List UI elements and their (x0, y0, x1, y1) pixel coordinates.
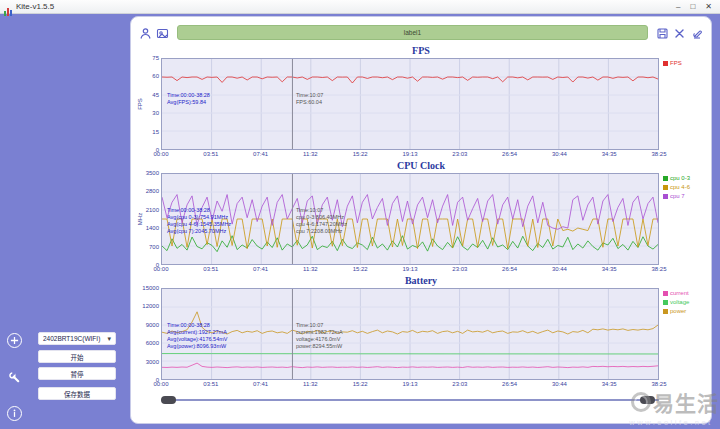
minimize-button[interactable]: – (676, 0, 680, 14)
cpu-legend: cpu 0-3cpu 4-6cpu 7 (659, 173, 705, 265)
chevron-down-icon: ▾ (107, 335, 111, 343)
pause-button-label: 暂停 (71, 369, 84, 379)
legend-label: cpu 0-3 (670, 175, 690, 181)
x-tick-label: 38:25 (651, 266, 666, 272)
legend-swatch (663, 300, 668, 305)
x-tick-label: 26:54 (502, 151, 517, 157)
cut-icon[interactable] (673, 26, 686, 39)
wrench-icon[interactable] (7, 370, 22, 385)
eraser-icon[interactable] (690, 26, 703, 39)
x-tick-label: 11:32 (303, 266, 318, 272)
y-tick-label: 12000 (142, 303, 159, 309)
add-icon[interactable] (7, 333, 22, 348)
x-tick-label: 11:32 (303, 151, 318, 157)
battery-plot-area: Time:00:00-38:28Avg(current):1927.27mAAv… (161, 288, 659, 380)
time-range-slider (161, 394, 659, 406)
label-marker-bar[interactable]: label1 (177, 25, 648, 40)
x-tick-label: 34:35 (602, 381, 617, 387)
app-icon (4, 2, 13, 11)
x-tick-label: 07:41 (253, 151, 268, 157)
legend-item: current (663, 290, 705, 296)
fps-y-axis: FPS 01530456075 (137, 58, 161, 150)
battery-chart: Battery 03000600090001200015000 Time:00:… (137, 275, 705, 389)
x-tick-label: 30:44 (552, 151, 567, 157)
main-panel: label1 FPS FPS 01530456075 (130, 16, 712, 424)
battery-legend: currentvoltagepower (659, 288, 705, 380)
x-tick-label: 19:13 (402, 381, 417, 387)
legend-label: cpu 7 (670, 193, 685, 199)
legend-item: cpu 4-6 (663, 184, 705, 190)
x-tick-label: 26:54 (502, 381, 517, 387)
x-tick-label: 15:22 (353, 381, 368, 387)
x-tick-label: 23:03 (452, 381, 467, 387)
slider-left-handle[interactable] (161, 396, 176, 404)
cpu-clock-chart-title: CPU Clock (137, 160, 705, 172)
y-tick-label: 15 (152, 129, 159, 135)
legend-swatch (663, 194, 668, 199)
x-tick-label: 03:51 (203, 266, 218, 272)
y-tick-label: 15000 (142, 285, 159, 291)
legend-item: cpu 0-3 (663, 175, 705, 181)
x-tick-label: 23:03 (452, 151, 467, 157)
y-tick-label: 60 (152, 73, 159, 79)
legend-swatch (663, 185, 668, 190)
pause-button[interactable]: 暂停 (38, 367, 116, 380)
legend-label: current (670, 290, 689, 296)
save-data-button-label: 保存数据 (64, 389, 90, 399)
x-tick-label: 26:54 (502, 266, 517, 272)
y-tick-label: 9000 (146, 322, 159, 328)
maximize-button[interactable]: □ (690, 0, 695, 14)
legend-item: cpu 7 (663, 193, 705, 199)
window-title: Kite-v1.5.5 (16, 2, 676, 11)
user-icon[interactable] (139, 26, 152, 39)
info-icon[interactable] (7, 406, 22, 421)
legend-swatch (663, 291, 668, 296)
fps-x-axis: 00:0003:5107:4111:3215:2219:1323:0326:54… (161, 150, 659, 159)
screenshot-icon[interactable] (156, 26, 169, 39)
x-tick-label: 15:22 (353, 266, 368, 272)
save-data-button[interactable]: 保存数据 (38, 387, 116, 400)
start-button[interactable]: 开始 (38, 350, 116, 363)
legend-item: FPS (663, 60, 705, 66)
cpu-plot[interactable] (161, 173, 659, 265)
legend-item: power (663, 308, 705, 314)
cpu-y-axis-label: MHz (137, 213, 145, 225)
x-tick-label: 34:35 (602, 151, 617, 157)
x-tick-label: 03:51 (203, 151, 218, 157)
close-button[interactable]: ✕ (705, 0, 712, 14)
y-tick-label: 700 (149, 244, 159, 250)
cpu-clock-chart: CPU Clock MHz 07001400210028003500 Time:… (137, 160, 705, 274)
x-tick-label: 38:25 (651, 381, 666, 387)
fps-plot[interactable] (161, 58, 659, 150)
x-tick-label: 00:00 (153, 151, 168, 157)
legend-label: power (670, 308, 686, 314)
sidebar: 2402BRT19C(WIFI) ▾ 开始 暂停 保存数据 (0, 14, 130, 429)
save-icon[interactable] (656, 26, 669, 39)
x-tick-label: 00:00 (153, 266, 168, 272)
fps-chart: FPS FPS 01530456075 Time:00:00-38:28Avg(… (137, 45, 705, 159)
y-tick-label: 2800 (146, 188, 159, 194)
slider-track[interactable] (161, 399, 659, 401)
x-tick-label: 03:51 (203, 381, 218, 387)
x-tick-label: 19:13 (402, 151, 417, 157)
fps-chart-title: FPS (137, 45, 705, 57)
y-tick-label: 3000 (146, 359, 159, 365)
device-select[interactable]: 2402BRT19C(WIFI) ▾ (38, 332, 116, 345)
cpu-x-axis: 00:0003:5107:4111:3215:2219:1323:0326:54… (161, 265, 659, 274)
battery-plot[interactable] (161, 288, 659, 380)
slider-right-handle[interactable] (640, 396, 655, 404)
x-tick-label: 07:41 (253, 266, 268, 272)
legend-label: FPS (670, 60, 682, 66)
titlebar: Kite-v1.5.5 – □ ✕ (0, 0, 720, 14)
fps-y-axis-label: FPS (137, 98, 145, 110)
x-tick-label: 38:25 (651, 151, 666, 157)
toolbar: label1 (139, 22, 703, 42)
fps-plot-area: Time:00:00-38:28Avg(FPS):59.84Time:10:07… (161, 58, 659, 150)
x-tick-label: 00:00 (153, 381, 168, 387)
battery-x-axis: 00:0003:5107:4111:3215:2219:1323:0326:54… (161, 380, 659, 389)
legend-swatch (663, 61, 668, 66)
y-tick-label: 30 (152, 110, 159, 116)
x-tick-label: 07:41 (253, 381, 268, 387)
x-tick-label: 34:35 (602, 266, 617, 272)
x-tick-label: 30:44 (552, 381, 567, 387)
